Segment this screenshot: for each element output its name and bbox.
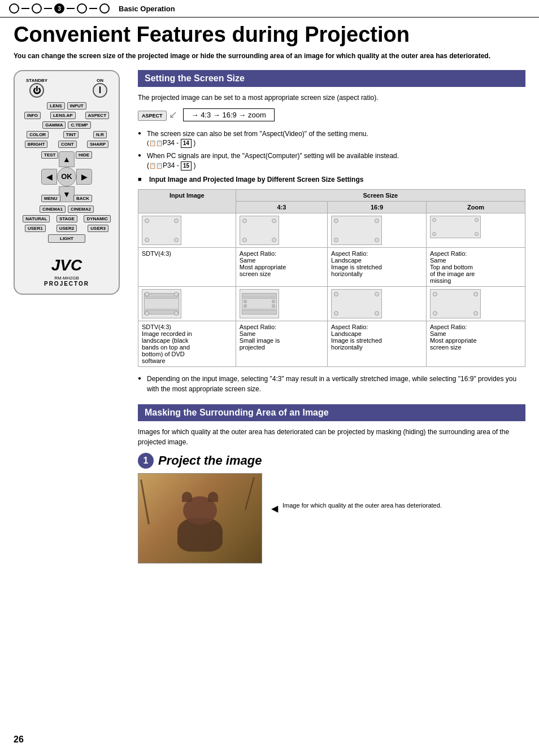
section2-header: Masking the Surrounding Area of an Image bbox=[138, 404, 525, 421]
user1-button[interactable]: USER1 bbox=[25, 225, 46, 232]
remote-control: STANDBY ⏻ ON I LENS INPUT INFO LENS bbox=[14, 70, 120, 295]
bullet1: The screen size can also be set from "As… bbox=[138, 129, 525, 148]
table-cell-r2c3-img bbox=[427, 286, 525, 321]
bottom-images: ◀ Image for which quality at the outer a… bbox=[138, 473, 525, 563]
table-cell-r1c2-text: Aspect Ratio: Landscape Image is stretch… bbox=[328, 247, 427, 286]
table-cell-r2c2-img bbox=[328, 286, 427, 321]
section1-header: Setting the Screen Size bbox=[138, 70, 525, 87]
nr-button[interactable]: N.R bbox=[93, 131, 107, 138]
header-title: Basic Operation bbox=[119, 5, 175, 13]
table-input-image-2 bbox=[138, 286, 236, 321]
info-button[interactable]: INFO bbox=[24, 112, 41, 119]
dpad-left-button[interactable]: ◀ bbox=[41, 169, 57, 185]
screen-size-table: Input Image Screen Size 4:3 16:9 Zoom bbox=[138, 189, 525, 367]
info-lensap-aspect-row: INFO LENS.AP ASPECT bbox=[20, 112, 113, 119]
table-row-images-2 bbox=[138, 286, 525, 321]
lensap-button[interactable]: LENS.AP bbox=[50, 112, 76, 119]
section2-desc: Images for which quality at the outer ar… bbox=[138, 427, 525, 447]
step-circle-4 bbox=[77, 3, 87, 14]
cont-button[interactable]: CONT bbox=[58, 141, 77, 148]
col-43: 4:3 bbox=[236, 201, 327, 213]
dash-1 bbox=[21, 8, 29, 9]
lens-button[interactable]: LENS bbox=[47, 102, 64, 110]
step1-title: Project the image bbox=[158, 453, 262, 468]
ok-button[interactable]: OK bbox=[57, 167, 76, 186]
dpad: TEST HIDE ▲ ◀ OK ▶ ▼ MENU BACK bbox=[41, 151, 92, 202]
screen-img-r1c2 bbox=[331, 216, 382, 245]
sharp-button[interactable]: SHARP bbox=[87, 141, 108, 148]
step1-title-row: 1 Project the image bbox=[138, 453, 525, 469]
hide-button[interactable]: HIDE bbox=[76, 151, 92, 159]
input-button[interactable]: INPUT bbox=[67, 102, 86, 110]
light-button[interactable]: LIGHT bbox=[48, 234, 85, 243]
ref1-num: 14 bbox=[181, 139, 192, 148]
left-column: STANDBY ⏻ ON I LENS INPUT INFO LENS bbox=[14, 70, 127, 563]
menu-button[interactable]: MENU bbox=[41, 195, 60, 202]
standby-icon[interactable]: ⏻ bbox=[29, 83, 44, 98]
table-label-2: SDTV(4:3) Image recorded in landscape (b… bbox=[138, 321, 236, 366]
jvc-model: RM-MH2GB bbox=[20, 276, 113, 281]
user2-button[interactable]: USER2 bbox=[56, 225, 77, 232]
note-text: Depending on the input image, selecting … bbox=[138, 374, 525, 394]
projected-image bbox=[138, 473, 262, 563]
ref2-prefix-text: P34 - bbox=[163, 161, 179, 169]
masking-section: Masking the Surrounding Area of an Image… bbox=[138, 404, 525, 563]
cinema1-button[interactable]: CINEMA1 bbox=[40, 206, 66, 213]
screen-img-r1c3 bbox=[430, 216, 481, 238]
test-button[interactable]: TEST bbox=[41, 151, 58, 159]
natural-stage-dynamic-row: NATURAL STAGE DYNAMIC bbox=[20, 215, 113, 222]
dash-2 bbox=[44, 8, 52, 9]
caption-arrow: ◀ bbox=[271, 502, 278, 515]
user3-button[interactable]: USER3 bbox=[88, 225, 108, 232]
on-icon[interactable]: I bbox=[93, 83, 107, 98]
ref2-icons: 📋📋 bbox=[149, 163, 163, 169]
bullet2-text: When PC signals are input, the "Aspect(C… bbox=[147, 152, 399, 160]
right-column: Setting the Screen Size The projected im… bbox=[138, 70, 525, 563]
gamma-ctemp-row: GAMMA C.TEMP bbox=[20, 121, 113, 129]
gamma-button[interactable]: GAMMA bbox=[42, 121, 66, 129]
light-row: LIGHT bbox=[20, 234, 113, 243]
dpad-area: TEST HIDE ▲ ◀ OK ▶ ▼ MENU BACK bbox=[20, 151, 113, 202]
table-cell-r1c2-img bbox=[328, 213, 427, 247]
step-circle-3: 3 bbox=[54, 3, 64, 14]
dpad-right-button[interactable]: ▶ bbox=[76, 169, 92, 185]
standby-button[interactable]: STANDBY ⏻ bbox=[26, 78, 47, 98]
aspect-remote-btn: ASPECT bbox=[138, 111, 167, 121]
table-cell-r2c2-text: Aspect Ratio: Landscape Image is stretch… bbox=[328, 321, 427, 366]
bullet2: When PC signals are input, the "Aspect(C… bbox=[138, 151, 525, 171]
jvc-type: PROJECTOR bbox=[20, 281, 113, 287]
table-row-images-1 bbox=[138, 213, 525, 247]
tint-button[interactable]: TINT bbox=[63, 131, 79, 138]
dynamic-button[interactable]: DYNAMIC bbox=[84, 215, 110, 222]
back-button[interactable]: BACK bbox=[73, 195, 92, 202]
cinema2-button[interactable]: CINEMA2 bbox=[68, 206, 94, 213]
stage-button[interactable]: STAGE bbox=[56, 215, 77, 222]
ref2-num: 15 bbox=[181, 161, 192, 171]
dash-3 bbox=[67, 8, 75, 9]
dpad-up-button[interactable]: ▲ bbox=[59, 151, 75, 167]
step-circle-2 bbox=[32, 3, 42, 14]
table-row-text-1: SDTV(4:3) Aspect Ratio: Same Most approp… bbox=[138, 247, 525, 286]
table-cell-r1c1-text: Aspect Ratio: Same Most appropriate scre… bbox=[236, 247, 327, 286]
corner-tr bbox=[174, 219, 179, 223]
bright-button[interactable]: BRIGHT bbox=[25, 141, 48, 148]
corner-bl bbox=[145, 238, 149, 242]
table-cell-r1c3-text: Aspect Ratio: Same Top and bottom of the… bbox=[427, 247, 525, 286]
table-cell-r2c3-text: Aspect Ratio: Same Most appropriate scre… bbox=[427, 321, 525, 366]
ctemp-button[interactable]: C.TEMP bbox=[68, 121, 90, 129]
inner-content bbox=[144, 298, 179, 309]
corner-br bbox=[174, 238, 179, 242]
color-button[interactable]: COLOR bbox=[27, 131, 49, 138]
bullet1-text: The screen size can also be set from "As… bbox=[147, 130, 368, 138]
jvc-logo-area: JVC RM-MH2GB PROJECTOR bbox=[20, 256, 113, 287]
dpad-down-button[interactable]: ▼ bbox=[59, 186, 75, 202]
step1-number: 1 bbox=[138, 453, 154, 469]
table-cell-r2c1-text: Aspect Ratio: Same Small image is projec… bbox=[236, 321, 327, 366]
table-cell-r2c1-img bbox=[236, 286, 327, 321]
natural-button[interactable]: NATURAL bbox=[23, 215, 50, 222]
aspect-button[interactable]: ASPECT bbox=[85, 112, 109, 119]
intro-text: You can change the screen size of the pr… bbox=[14, 51, 499, 61]
on-button[interactable]: ON I bbox=[93, 78, 107, 98]
main-content: Convenient Features during Projection Yo… bbox=[0, 18, 539, 577]
two-column-layout: STANDBY ⏻ ON I LENS INPUT INFO LENS bbox=[14, 70, 525, 563]
